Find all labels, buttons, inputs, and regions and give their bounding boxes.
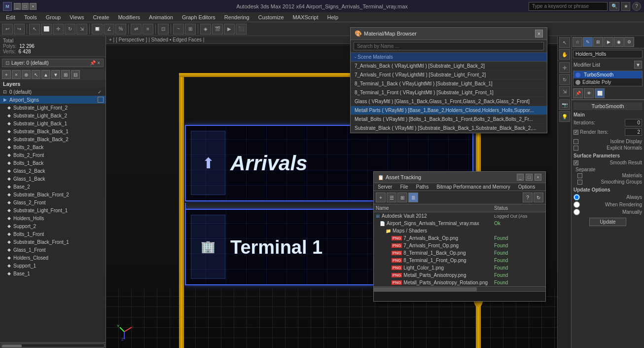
layer-move-btn[interactable]: ▲ xyxy=(41,70,50,79)
curve-editor-btn[interactable]: ~ xyxy=(173,24,184,35)
at-list-btn[interactable]: ☰ xyxy=(387,193,396,202)
create-mode-icon[interactable]: ☆ xyxy=(572,37,582,47)
list-item[interactable]: Metall Parts ( VRayMtl ) [Base_1,Base_2,… xyxy=(351,106,547,115)
rotate-btn[interactable]: ↻ xyxy=(65,24,75,35)
at-add-btn[interactable]: + xyxy=(376,193,386,202)
layer-pin-btn[interactable]: 📌 xyxy=(90,60,96,66)
scale-icon[interactable]: ⇲ xyxy=(559,86,570,97)
rotate-icon[interactable]: ↻ xyxy=(559,74,570,85)
list-item[interactable]: ◆Substrate_Light_Back_2 xyxy=(0,112,106,119)
percent-snap-btn[interactable]: % xyxy=(115,24,126,35)
menu-graph-editors[interactable]: Graph Editors xyxy=(178,13,219,21)
star-icon[interactable]: ★ xyxy=(621,2,630,11)
list-item[interactable]: PNG Metall_Parts_Anisotropy_Rotation.png… xyxy=(374,279,545,286)
show-result-btn[interactable]: 👁 xyxy=(584,88,594,98)
list-item[interactable]: 8_Terminal_1_Front ( VRayLightMtl ) [Sub… xyxy=(351,88,547,97)
list-item[interactable]: ◆Bolts_2_Back xyxy=(0,143,106,151)
list-item[interactable]: 7_Arrivals_Front ( VRayLightMtl ) [Subst… xyxy=(351,71,547,79)
freeform-icon[interactable]: ✋ xyxy=(559,49,570,60)
list-item[interactable]: Metall_Bolts ( VRayMtl ) [Bolts_1_Back,B… xyxy=(351,115,547,124)
at-menu-file[interactable]: File xyxy=(396,183,412,191)
list-item[interactable]: ◆Substrate_Light_Back_1 xyxy=(0,119,106,127)
smooth-result-checkbox[interactable]: ✓ xyxy=(573,160,578,165)
list-item[interactable]: 7_Arrivals_Back ( VRayLightMtl ) [Substr… xyxy=(351,62,547,71)
list-item[interactable]: Substrate_Black ( VRayMtl ) [Substrate_B… xyxy=(351,124,547,133)
at-menu-server[interactable]: Server xyxy=(374,183,396,191)
list-item[interactable]: Glass ( VRayMtl ) [Glass_1_Back,Glass_1_… xyxy=(351,97,547,106)
min-btn[interactable]: _ xyxy=(14,3,21,10)
modifier-list-dropdown[interactable]: ▼ xyxy=(634,61,642,69)
list-item[interactable]: 📁 Maps / Shaders xyxy=(374,227,545,234)
modify-mode-icon[interactable]: ✎ xyxy=(583,37,593,47)
menu-help[interactable]: Help xyxy=(323,13,343,21)
at-menu-bitmap-perf[interactable]: Bitmap Performance and Memory xyxy=(432,183,514,191)
layer-delete-btn[interactable]: × xyxy=(12,70,21,79)
menu-customize[interactable]: Customize xyxy=(254,13,288,21)
layer-new-btn[interactable]: + xyxy=(2,70,11,79)
at-minimize-btn[interactable]: _ xyxy=(517,174,524,181)
layer-add-selection-btn[interactable]: ⊕ xyxy=(22,70,31,79)
move-btn[interactable]: ✛ xyxy=(53,24,64,35)
list-item[interactable]: 🏛 Autodesk Vault 2012 Logged Out (Ass xyxy=(374,212,545,220)
list-item[interactable]: ◆Holders_Closed xyxy=(0,254,106,262)
list-item[interactable]: 8_Terminal_1_Back ( VRayLightMtl ) [Subs… xyxy=(351,79,547,88)
active-shade-btn[interactable]: ⬜ xyxy=(595,88,605,98)
iterations-input[interactable] xyxy=(625,119,642,126)
list-item[interactable]: ◆Base_2 xyxy=(0,183,106,191)
list-item[interactable]: ◆Glass_1_Back xyxy=(0,175,106,183)
layer-list[interactable]: ⊡ 0 (default) ✓ ▶ Airport_Signs ◆Substra… xyxy=(0,88,106,342)
list-item[interactable]: ◆Substrate_Light_Front_1 xyxy=(0,206,106,214)
list-item[interactable]: ◆Glass_2_Front xyxy=(0,198,106,206)
list-item[interactable]: ◆Glass_2_Back xyxy=(0,167,106,175)
list-item[interactable]: PNG 8_Terminal_1_Back_Op.png Found xyxy=(374,249,545,257)
mirror-btn[interactable]: ⇌ xyxy=(131,24,142,35)
menu-rendering[interactable]: Rendering xyxy=(220,13,253,21)
list-item[interactable]: ◆Base_1 xyxy=(0,270,106,277)
material-list[interactable]: 7_Arrivals_Back ( VRayLightMtl ) [Substr… xyxy=(351,62,547,133)
scale-btn[interactable]: ⇲ xyxy=(76,24,87,35)
list-item[interactable]: ◆Substrate_Black_Front_2 xyxy=(0,191,106,198)
render-btn[interactable]: ▶ xyxy=(224,24,235,35)
list-item[interactable]: ◆Bolts_1_Back xyxy=(0,159,106,167)
list-item[interactable]: PNG 7_Arrivals_Back_Op.png Found xyxy=(374,234,545,242)
at-table-body[interactable]: 🏛 Autodesk Vault 2012 Logged Out (Ass 📄 … xyxy=(374,212,545,286)
render-setup-btn[interactable]: 🎬 xyxy=(212,24,223,35)
menu-animation[interactable]: Animation xyxy=(145,13,177,21)
select-btn[interactable]: ↖ xyxy=(29,24,40,35)
schematic-view-btn[interactable]: ⊞ xyxy=(185,24,196,35)
at-close-btn[interactable]: × xyxy=(535,174,541,181)
list-item[interactable]: ⊡ 0 (default) ✓ xyxy=(0,88,106,96)
layer-collapse-btn[interactable]: ⊟ xyxy=(71,70,80,79)
list-item[interactable]: ◆Substrate_Light_Front_2 xyxy=(0,104,106,112)
at-restore-btn[interactable]: □ xyxy=(526,174,533,181)
list-item[interactable]: PNG 8_Terminal_1_Front_Op.png Found xyxy=(374,257,545,264)
list-item[interactable]: ◆Substrate_Black_Back_2 xyxy=(0,135,106,143)
editable-poly-modifier[interactable]: Editable Poly xyxy=(573,78,642,86)
material-browser-close-btn[interactable]: × xyxy=(535,30,543,38)
search-icon[interactable]: 🔍 xyxy=(609,2,619,11)
snap-btn[interactable]: 🔲 xyxy=(92,24,103,35)
camera-icon[interactable]: 📷 xyxy=(559,99,570,110)
menu-create[interactable]: Create xyxy=(89,13,113,21)
materials-checkbox[interactable] xyxy=(577,173,582,178)
layer-move-down-btn[interactable]: ▼ xyxy=(51,70,60,79)
at-detail-btn[interactable]: ≣ xyxy=(408,193,418,202)
layer-close-icon[interactable]: × xyxy=(97,60,100,66)
light-icon[interactable]: 💡 xyxy=(559,111,570,122)
hierarchy-icon[interactable]: ⊞ xyxy=(593,37,603,47)
list-item[interactable]: ◆Support_1 xyxy=(0,262,106,270)
at-menu-options[interactable]: Options xyxy=(514,183,539,191)
render-iters-input[interactable] xyxy=(625,128,642,136)
list-item[interactable]: 📄 Airport_Signs_Arrivals_Terminal_vray.m… xyxy=(374,220,545,227)
turbosmooth-modifier[interactable]: TurboSmooth xyxy=(573,71,642,78)
material-editor-btn[interactable]: ◈ xyxy=(200,24,211,35)
menu-maxscript[interactable]: MAXScript xyxy=(289,13,322,21)
menu-modifiers[interactable]: Modifiers xyxy=(114,13,144,21)
list-item[interactable]: ◆Support_2 xyxy=(0,222,106,230)
list-item[interactable]: ◆Holders_Holls xyxy=(0,214,106,222)
when-rendering-radio[interactable] xyxy=(573,201,580,208)
at-help-btn[interactable]: ? xyxy=(523,193,533,202)
at-menu-paths[interactable]: Paths xyxy=(412,183,433,191)
menu-edit[interactable]: Edit xyxy=(2,13,19,21)
at-path-input[interactable] xyxy=(374,292,545,300)
